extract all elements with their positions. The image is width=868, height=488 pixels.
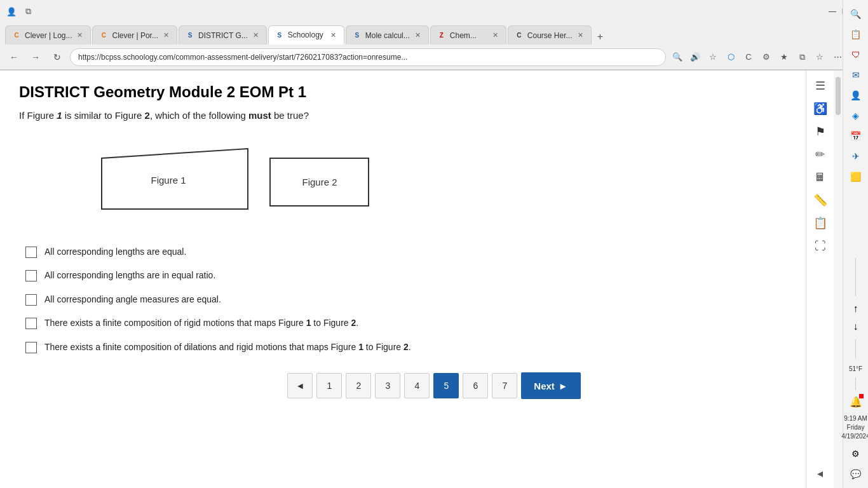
tts-icon[interactable]: 🔊 — [688, 50, 703, 65]
page-title: DISTRICT Geometry Module 2 EOM Pt 1 — [19, 83, 849, 101]
win-mail-icon[interactable]: ✉ — [847, 66, 865, 84]
tab-clever-log[interactable]: C Clever | Log... ✕ — [5, 25, 91, 44]
figure2-label: Figure 2 — [302, 177, 337, 187]
extension1-icon[interactable]: C — [741, 50, 756, 65]
tool-accessibility-icon[interactable]: ♿ — [810, 98, 831, 119]
tool-fullscreen-icon[interactable]: ⛶ — [810, 236, 831, 256]
page-button-6[interactable]: 6 — [463, 373, 488, 398]
zoom-icon[interactable]: 🔍 — [670, 50, 685, 65]
tab-close-clever1[interactable]: ✕ — [76, 31, 84, 39]
win-clipboard-icon[interactable]: 📋 — [847, 25, 865, 43]
win-outlook-icon[interactable]: 📅 — [847, 127, 865, 145]
split-view-icon[interactable]: ⧉ — [794, 50, 810, 65]
choice-c-text: All corresponding angle measures are equ… — [44, 294, 221, 306]
choice-c[interactable]: All corresponding angle measures are equ… — [25, 294, 849, 306]
win-settings-icon[interactable]: ⚙ — [847, 445, 865, 463]
win-time-display: 9:19 AM Friday 4/19/2024 — [840, 413, 868, 442]
choice-e[interactable]: There exists a finite composition of dil… — [25, 341, 849, 354]
tab-close-clever2[interactable]: ✕ — [162, 31, 170, 39]
tab-schoology[interactable]: S Schoology ✕ — [268, 25, 344, 44]
tool-list-icon[interactable]: ☰ — [810, 76, 831, 96]
new-tab-button[interactable]: + — [593, 29, 608, 44]
tool-pencil-icon[interactable]: ✏ — [810, 144, 831, 165]
address-input[interactable] — [70, 48, 666, 66]
tab-favicon-clever1: C — [12, 31, 21, 40]
windows-sidebar: 🔍 📋 🛡 ✉ 👤 ◈ 📅 ✈ 🟨 ↑ ↓ 51°F 🔔 9:19 AM Fri… — [843, 0, 868, 488]
tab-favicon-course: C — [515, 31, 524, 40]
checkbox-e[interactable] — [25, 342, 37, 353]
win-notif-icon[interactable]: 🔔 — [847, 393, 865, 410]
win-person-icon[interactable]: 👤 — [847, 86, 865, 104]
bookmark-icon[interactable]: ☆ — [705, 50, 721, 65]
fav-icon[interactable]: ★ — [776, 50, 792, 65]
tab-title-chem: Chem... — [450, 31, 487, 40]
sidebar-scroll-up[interactable]: ↑ — [848, 301, 864, 316]
tab-close-district[interactable]: ✕ — [252, 31, 260, 39]
checkbox-c[interactable] — [25, 294, 37, 306]
tabs-bar: C Clever | Log... ✕ C Clever | Por... ✕ … — [0, 23, 868, 44]
win-search-icon[interactable]: 🔍 — [847, 5, 865, 23]
nav-footer: ◄ 1 2 3 4 5 6 7 Next ► — [19, 372, 849, 412]
win-edge-icon[interactable]: ◈ — [847, 107, 865, 125]
sidebar-divider2 — [855, 339, 856, 358]
tab-mole[interactable]: S Mole calcul... ✕ — [346, 25, 429, 44]
copilot-icon[interactable]: ⬡ — [723, 50, 738, 65]
checkbox-d[interactable] — [25, 318, 37, 329]
favorites-icon[interactable]: ☆ — [812, 50, 827, 65]
next-arrow-icon: ► — [559, 381, 568, 391]
tab-chem[interactable]: Z Chem... ✕ — [430, 25, 506, 44]
tool-notes-icon[interactable]: 📋 — [810, 213, 831, 233]
choice-a[interactable]: All corresponding lengths are equal. — [25, 246, 849, 259]
address-bar-row: ← → ↻ 🔍 🔊 ☆ ⬡ C ⚙ ★ ⧉ ☆ ⋯ ◈ — [0, 44, 868, 70]
figures-area: Figure 1 Figure 2 — [32, 136, 849, 227]
page-button-2[interactable]: 2 — [346, 373, 371, 398]
checkbox-b[interactable] — [25, 270, 37, 281]
next-button[interactable]: Next ► — [521, 372, 580, 399]
choice-d[interactable]: There exists a finite composition of rig… — [25, 317, 849, 330]
tab-district-g[interactable]: S DISTRICT G... ✕ — [179, 25, 267, 44]
tab-title-mole: Mole calcul... — [365, 31, 410, 40]
content-area: DISTRICT Geometry Module 2 EOM Pt 1 5 of… — [0, 71, 868, 488]
title-bar-left: 👤 ⧉ — [5, 5, 34, 18]
tools-panel: ☰ ♿ ⚑ ✏ 🖩 📏 📋 ⛶ ◂ — [806, 71, 834, 488]
choice-d-text: There exists a finite composition of rig… — [44, 317, 358, 330]
win-teams-icon[interactable]: ✈ — [847, 147, 865, 165]
tab-close-course[interactable]: ✕ — [576, 31, 585, 39]
tab-close-schoology[interactable]: ✕ — [329, 31, 337, 39]
profile-icon[interactable]: 👤 — [5, 5, 18, 18]
forward-button[interactable]: → — [27, 48, 44, 66]
prev-page-button[interactable]: ◄ — [287, 373, 313, 398]
page-button-4[interactable]: 4 — [404, 373, 430, 398]
tab-favicon-chem: Z — [437, 31, 446, 40]
win-chat-icon[interactable]: 💬 — [847, 465, 865, 483]
checkbox-a[interactable] — [25, 247, 37, 258]
tab-favicon-mole: S — [353, 31, 362, 40]
tab-favicon-clever2: C — [99, 31, 108, 40]
page-button-1[interactable]: 1 — [316, 373, 342, 398]
scrollbar-thumb[interactable] — [836, 77, 841, 115]
tool-ruler-icon[interactable]: 📏 — [810, 190, 831, 210]
next-label: Next — [534, 381, 555, 391]
tab-course-hero[interactable]: C Course Her... ✕ — [508, 25, 592, 44]
reload-button[interactable]: ↻ — [48, 48, 66, 66]
sidebar-scroll-down[interactable]: ↓ — [848, 319, 864, 334]
tool-collapse-icon[interactable]: ◂ — [810, 463, 831, 484]
page-button-3[interactable]: 3 — [375, 373, 400, 398]
win-sticky-icon[interactable]: 🟨 — [847, 168, 865, 186]
page-button-5[interactable]: 5 — [433, 373, 459, 398]
tab-clever-por[interactable]: C Clever | Por... ✕ — [92, 25, 177, 44]
page-button-7[interactable]: 7 — [492, 373, 517, 398]
tab-close-mole[interactable]: ✕ — [414, 31, 422, 39]
back-button[interactable]: ← — [5, 48, 23, 66]
tool-flag-icon[interactable]: ⚑ — [810, 121, 831, 142]
extension2-icon[interactable]: ⚙ — [759, 50, 774, 65]
answer-choices: All corresponding lengths are equal. All… — [25, 246, 849, 354]
tab-title-schoology: Schoology — [288, 30, 325, 39]
tool-calculator-icon[interactable]: 🖩 — [810, 167, 831, 187]
minimize-button[interactable]: — — [827, 6, 837, 17]
tab-groups-icon[interactable]: ⧉ — [22, 5, 34, 18]
choice-b[interactable]: All corresponding lengths are in equal r… — [25, 269, 849, 282]
win-shield-icon[interactable]: 🛡 — [847, 46, 865, 64]
tab-close-chem[interactable]: ✕ — [491, 31, 499, 39]
tab-title-course: Course Her... — [527, 31, 573, 40]
